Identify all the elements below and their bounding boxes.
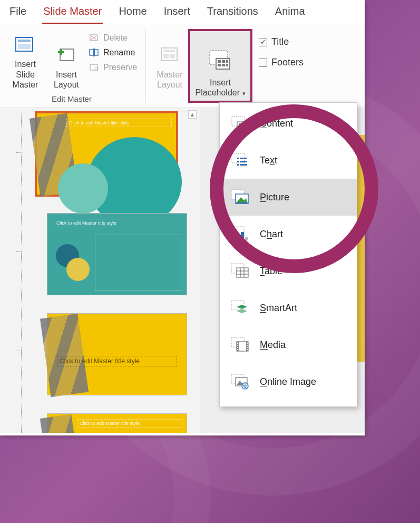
thumbnail-graphic (58, 163, 108, 214)
delete-button: Delete (85, 32, 140, 44)
svg-rect-38 (237, 164, 239, 166)
tab-slide-master[interactable]: Slide Master (42, 3, 103, 24)
ribbon-separator (145, 29, 146, 103)
placeholder-option-online-image[interactable]: Online Image (220, 363, 357, 400)
svg-rect-14 (163, 50, 175, 52)
layout-thumbnail-3[interactable]: Click to edit Master title style (47, 414, 187, 433)
svg-rect-61 (237, 343, 238, 344)
tree-tick (16, 152, 26, 153)
placeholder-checkboxes: ✓ Title Footers (252, 29, 308, 68)
svg-rect-65 (247, 343, 248, 344)
placeholder-option-smartart[interactable]: SmartArt (220, 289, 357, 326)
insert-placeholder-button[interactable]: Insert Placeholder ▾ (190, 31, 250, 101)
slide-thumbnail-pane[interactable]: ▲ Click to edit Master title style Click… (0, 108, 200, 433)
insert-layout-button[interactable]: Insert Layout (47, 29, 85, 93)
tab-transitions[interactable]: Transitions (206, 3, 259, 24)
svg-rect-15 (163, 54, 169, 59)
powerpoint-window: File Slide Master Home Insert Transition… (0, 0, 365, 435)
svg-rect-67 (247, 347, 248, 348)
rename-button[interactable]: Rename (85, 47, 140, 59)
svg-rect-21 (226, 60, 228, 63)
placeholder-option-picture[interactable]: Picture (220, 179, 357, 216)
content-icon (230, 114, 250, 132)
preserve-icon (89, 63, 100, 72)
outline-tree-line (21, 113, 22, 433)
tree-tick (16, 351, 26, 351)
master-layout-button: Master Layout (151, 29, 188, 93)
svg-rect-20 (222, 60, 225, 63)
media-icon (230, 336, 250, 354)
svg-rect-11 (90, 64, 97, 70)
svg-rect-43 (236, 202, 248, 204)
placeholder-option-table[interactable]: Table (220, 253, 357, 289)
thumbnail-body-placeholder (95, 235, 182, 290)
layout-thumbnail-1[interactable]: Click to edit Master title style (47, 214, 187, 295)
scroll-up-button[interactable]: ▲ (188, 110, 197, 119)
smartart-icon (230, 299, 250, 317)
svg-rect-64 (237, 349, 238, 350)
delete-icon (89, 33, 100, 43)
thumbnail-graphic (40, 414, 82, 433)
svg-rect-63 (237, 347, 238, 348)
tab-file[interactable]: File (8, 3, 27, 24)
svg-rect-1 (18, 40, 31, 42)
svg-rect-30 (239, 126, 241, 128)
tab-insert[interactable]: Insert (163, 3, 191, 24)
svg-rect-27 (239, 123, 241, 125)
online-image-icon (230, 373, 250, 391)
chevron-down-icon: ▾ (242, 90, 246, 96)
svg-rect-2 (18, 44, 31, 49)
picture-icon (230, 188, 250, 206)
table-icon (230, 262, 250, 280)
insert-layout-label: Insert Layout (49, 70, 84, 90)
ribbon-group-master-layout: Master Layout Insert Placeholder ▾ (151, 29, 308, 103)
thumbnail-title-placeholder: Click to edit Master title style (66, 119, 172, 127)
placeholder-option-label: Chart (260, 229, 283, 240)
group-label-edit-master: Edit Master (52, 93, 92, 105)
placeholder-option-label: SmartArt (260, 303, 297, 314)
placeholder-option-chart[interactable]: Chart (220, 216, 357, 253)
placeholder-option-label: Content (260, 118, 293, 129)
rename-label: Rename (103, 48, 135, 57)
insert-slide-master-label: Insert Slide Master (5, 59, 46, 90)
footers-checkbox[interactable]: Footers (259, 57, 304, 68)
svg-rect-39 (240, 164, 247, 166)
master-layout-label: Master Layout (153, 70, 187, 90)
edit-master-mini-buttons: Delete Rename Preserve (85, 29, 140, 73)
svg-rect-66 (247, 345, 248, 346)
title-checkbox[interactable]: ✓ Title (259, 36, 304, 47)
ribbon-group-edit-master: Insert Slide Master Insert Layout (3, 29, 140, 105)
checkbox-unchecked-icon (259, 59, 267, 67)
svg-rect-35 (240, 158, 247, 159)
insert-slide-master-icon (14, 34, 36, 55)
placeholder-option-text[interactable]: Text (220, 142, 357, 179)
svg-rect-62 (237, 345, 238, 346)
insert-slide-master-button[interactable]: Insert Slide Master (3, 29, 47, 93)
tab-home[interactable]: Home (118, 3, 148, 24)
placeholder-option-label: Media (260, 340, 286, 351)
rename-icon (89, 48, 100, 57)
tree-tick (16, 251, 26, 252)
svg-rect-32 (244, 126, 246, 128)
svg-rect-31 (241, 126, 243, 128)
thumbnail-title-placeholder: Click to edit Master title style (54, 219, 180, 227)
insert-placeholder-dropdown: Content Text Picture Chart Table (219, 102, 357, 407)
preserve-button: Preserve (85, 62, 140, 73)
layout-thumbnail-2[interactable]: Click to edit Master title style (47, 314, 187, 395)
svg-rect-37 (240, 161, 247, 162)
tab-animations[interactable]: Anima (274, 3, 306, 24)
delete-label: Delete (103, 33, 128, 43)
slide-master-thumbnail[interactable]: Click to edit Master title style (37, 113, 176, 195)
svg-rect-29 (244, 123, 246, 125)
chart-icon (230, 225, 250, 243)
ribbon: Insert Slide Master Insert Layout (0, 25, 365, 108)
placeholder-option-content[interactable]: Content (220, 105, 357, 142)
placeholder-option-media[interactable]: Media (220, 326, 357, 363)
svg-rect-28 (241, 123, 243, 125)
svg-rect-10 (93, 49, 95, 56)
svg-rect-45 (237, 235, 240, 240)
svg-rect-22 (218, 64, 221, 66)
preserve-label: Preserve (103, 63, 137, 72)
svg-rect-19 (218, 60, 221, 63)
insert-placeholder-highlight: Insert Placeholder ▾ (188, 29, 252, 103)
